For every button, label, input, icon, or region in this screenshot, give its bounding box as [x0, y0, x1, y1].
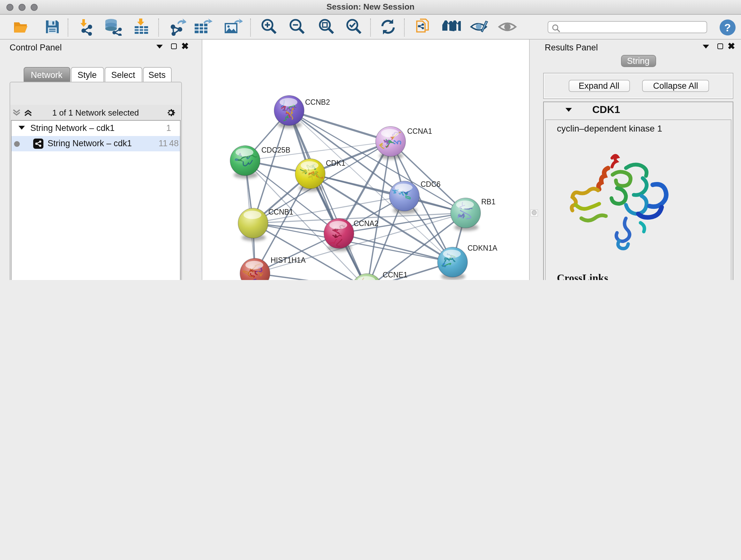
- svg-text:CCNA1: CCNA1: [407, 127, 432, 135]
- svg-text:CCNE1: CCNE1: [382, 271, 407, 279]
- svg-text:RB1: RB1: [481, 198, 495, 206]
- svg-text:CDKN1A: CDKN1A: [467, 244, 497, 252]
- svg-text:CCNB1: CCNB1: [268, 208, 293, 216]
- svg-text:CDK1: CDK1: [326, 159, 345, 167]
- svg-text:CCNB2: CCNB2: [305, 98, 330, 106]
- svg-text:CDC25B: CDC25B: [261, 146, 290, 154]
- svg-text:?: ?: [724, 21, 731, 34]
- svg-text:HIST1H1A: HIST1H1A: [270, 256, 306, 264]
- svg-text:CCNA2: CCNA2: [353, 219, 378, 228]
- svg-text:CDC6: CDC6: [420, 180, 441, 188]
